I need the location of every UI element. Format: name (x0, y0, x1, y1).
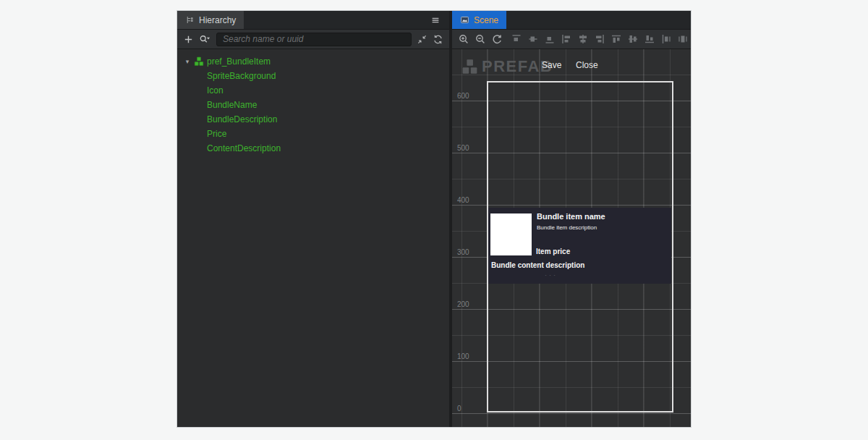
ruler-label: 200 (457, 300, 476, 309)
bundle-description-text[interactable]: Bundle item description (537, 224, 597, 231)
align-bottom-edge-icon[interactable] (544, 33, 556, 45)
align-middle-icon[interactable] (627, 33, 639, 45)
tree-node[interactable]: Price (177, 127, 449, 141)
align-left-icon[interactable] (561, 33, 572, 45)
tree-node-root[interactable]: ▾ pref_BundleItem (177, 54, 449, 69)
tree-node-label: Price (207, 129, 226, 139)
panel-menu-icon[interactable] (430, 15, 441, 25)
tab-hierarchy[interactable]: Hierarchy (177, 11, 244, 29)
scene-toolbar (452, 30, 691, 49)
tab-hierarchy-label: Hierarchy (199, 15, 236, 25)
reset-view-icon[interactable] (491, 33, 503, 45)
align-center-horizontal-icon[interactable] (577, 33, 589, 45)
distribute-left-icon[interactable] (660, 33, 672, 45)
tab-scene[interactable]: Scene (452, 11, 506, 29)
truncation-dots: ··· (545, 271, 558, 279)
add-node-icon[interactable] (183, 34, 194, 45)
search-input[interactable] (216, 33, 412, 46)
ruler-label: 100 (457, 352, 476, 361)
ruler-label: 0 (457, 404, 476, 413)
prefab-logo-icon (461, 59, 478, 75)
refresh-icon[interactable] (433, 34, 443, 45)
tree-node-label: pref_BundleItem (207, 56, 271, 67)
tab-scene-label: Scene (474, 15, 498, 25)
distribute-center-icon[interactable] (677, 33, 689, 45)
tree-node-label: BundleDescription (207, 114, 277, 124)
tree-node-label: SpriteBackground (207, 71, 276, 81)
bundle-price-text[interactable]: Item price (536, 248, 570, 255)
scene-panel: Scene (452, 11, 691, 427)
tree-node[interactable]: BundleDescription (177, 112, 449, 127)
close-button[interactable]: Close (573, 59, 601, 72)
scene-image-icon (460, 15, 469, 25)
tree-node-label: BundleName (207, 100, 257, 110)
prefab-cube-icon (194, 56, 204, 67)
align-top-icon[interactable] (610, 33, 622, 45)
ruler-label: 500 (457, 143, 476, 153)
align-top-edge-icon[interactable] (511, 33, 522, 45)
bundle-item-node[interactable]: Bundle item name Bundle item description… (488, 208, 671, 284)
search-filter-icon[interactable] (199, 34, 211, 45)
save-button[interactable]: Save (539, 59, 564, 72)
tree-node[interactable]: Icon (177, 83, 449, 98)
tree-node[interactable]: ContentDescription (177, 141, 449, 156)
hierarchy-tree: ▾ pref_BundleItem SpriteBackground Icon … (177, 49, 449, 427)
bundle-name-text[interactable]: Bundle item name (537, 212, 605, 221)
tree-node[interactable]: SpriteBackground (177, 69, 449, 83)
scene-viewport[interactable]: PREFAB Save Close 600 500 400 300 200 10… (452, 49, 691, 427)
tree-node-label: Icon (207, 85, 224, 96)
zoom-in-icon[interactable] (458, 33, 469, 45)
align-middle-edge-icon[interactable] (527, 33, 539, 45)
expand-caret-icon[interactable]: ▾ (184, 58, 191, 65)
collapse-all-icon[interactable] (417, 34, 427, 45)
hierarchy-icon (185, 15, 195, 25)
zoom-out-icon[interactable] (475, 33, 486, 45)
ruler-label: 600 (457, 91, 476, 101)
tree-node[interactable]: BundleName (177, 98, 449, 112)
align-right-icon[interactable] (594, 33, 605, 45)
hierarchy-panel: Hierarchy (177, 11, 449, 427)
tree-node-label: ContentDescription (207, 143, 281, 153)
editor-screenshot: Hierarchy (0, 0, 868, 440)
hierarchy-tabbar: Hierarchy (177, 11, 449, 30)
scene-tabbar: Scene (452, 11, 691, 30)
hierarchy-toolbar (177, 30, 449, 49)
align-bottom-icon[interactable] (644, 33, 655, 45)
editor-window: Hierarchy (177, 11, 691, 427)
ruler-label: 300 (457, 248, 476, 257)
ruler-label: 400 (457, 195, 476, 205)
bundle-icon-placeholder[interactable] (490, 213, 532, 255)
bundle-content-description-text[interactable]: Bundle content description (491, 261, 584, 269)
